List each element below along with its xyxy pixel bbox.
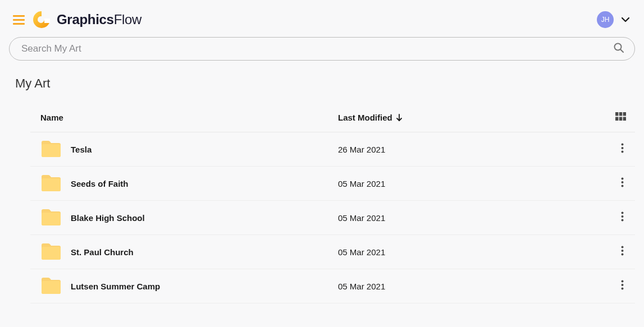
row-more-actions-icon[interactable] xyxy=(621,280,626,292)
column-header-name[interactable]: Name xyxy=(40,113,338,122)
row-more-actions-icon[interactable] xyxy=(621,246,626,258)
svg-point-22 xyxy=(622,280,624,283)
table-row[interactable]: Seeds of Faith 05 Mar 2021 xyxy=(30,167,635,201)
folder-icon xyxy=(40,140,62,158)
page-title: My Art xyxy=(0,61,644,91)
svg-point-18 xyxy=(622,219,624,222)
table-row[interactable]: St. Paul Church 05 Mar 2021 xyxy=(30,235,635,269)
svg-rect-9 xyxy=(623,117,626,121)
hamburger-menu-icon[interactable] xyxy=(13,15,25,25)
table-row[interactable]: Lutsen Summer Camp 05 Mar 2021 xyxy=(30,269,635,303)
folder-icon xyxy=(40,243,62,261)
row-name: Tesla xyxy=(71,145,92,154)
svg-point-11 xyxy=(622,147,624,149)
svg-point-12 xyxy=(622,151,624,153)
svg-rect-6 xyxy=(623,112,626,116)
row-modified: 05 Mar 2021 xyxy=(338,282,621,291)
row-name-cell: Lutsen Summer Camp xyxy=(40,277,338,295)
search-box[interactable] xyxy=(9,37,635,61)
sort-descending-icon xyxy=(396,114,403,122)
table-row[interactable]: Blake High School 05 Mar 2021 xyxy=(30,201,635,235)
row-name-cell: Seeds of Faith xyxy=(40,174,338,192)
logo-mark-icon xyxy=(32,10,51,29)
row-modified: 05 Mar 2021 xyxy=(338,213,621,223)
folder-icon xyxy=(40,174,62,192)
svg-rect-8 xyxy=(619,117,622,121)
row-more-actions-icon[interactable] xyxy=(621,177,626,190)
svg-point-14 xyxy=(622,181,624,183)
brand-name: GraphicsFlow xyxy=(57,12,141,27)
svg-point-15 xyxy=(622,185,624,187)
row-name-cell: Tesla xyxy=(40,140,338,158)
svg-point-16 xyxy=(622,212,624,214)
user-avatar[interactable]: JH xyxy=(597,11,614,28)
folder-icon xyxy=(40,209,62,227)
svg-rect-7 xyxy=(615,117,618,121)
svg-point-20 xyxy=(622,250,624,252)
row-name: Seeds of Faith xyxy=(71,179,129,188)
file-list-table: Name Last Modified xyxy=(30,112,635,303)
svg-point-13 xyxy=(622,178,624,180)
grid-view-toggle-icon[interactable] xyxy=(615,112,626,123)
column-header-modified[interactable]: Last Modified xyxy=(338,113,615,122)
search-icon[interactable] xyxy=(613,42,624,56)
header-left: GraphicsFlow xyxy=(13,10,141,29)
app-header: GraphicsFlow JH xyxy=(0,0,644,37)
header-right: JH xyxy=(597,11,633,28)
app-logo[interactable]: GraphicsFlow xyxy=(32,10,141,29)
search-input[interactable] xyxy=(21,43,613,54)
svg-point-24 xyxy=(622,288,624,290)
svg-line-2 xyxy=(620,49,623,52)
svg-rect-0 xyxy=(44,19,50,23)
row-name: St. Paul Church xyxy=(71,247,134,257)
row-modified: 26 Mar 2021 xyxy=(338,145,621,154)
row-modified: 05 Mar 2021 xyxy=(338,247,621,257)
table-row[interactable]: Tesla 26 Mar 2021 xyxy=(30,132,635,167)
folder-icon xyxy=(40,277,62,295)
search-container xyxy=(0,37,644,61)
column-header-modified-label: Last Modified xyxy=(338,113,392,122)
row-more-actions-icon[interactable] xyxy=(621,143,626,155)
svg-point-23 xyxy=(622,284,624,286)
table-header: Name Last Modified xyxy=(30,112,635,132)
svg-point-10 xyxy=(622,144,624,146)
row-name: Lutsen Summer Camp xyxy=(71,282,160,291)
svg-point-17 xyxy=(622,215,624,218)
svg-point-21 xyxy=(622,254,624,256)
row-name-cell: Blake High School xyxy=(40,209,338,227)
row-more-actions-icon[interactable] xyxy=(621,211,626,224)
svg-rect-5 xyxy=(619,112,622,116)
svg-rect-4 xyxy=(615,112,618,116)
chevron-down-icon[interactable] xyxy=(622,12,633,27)
row-modified: 05 Mar 2021 xyxy=(338,179,621,188)
row-name-cell: St. Paul Church xyxy=(40,243,338,261)
row-name: Blake High School xyxy=(71,213,145,223)
svg-point-19 xyxy=(622,246,624,248)
